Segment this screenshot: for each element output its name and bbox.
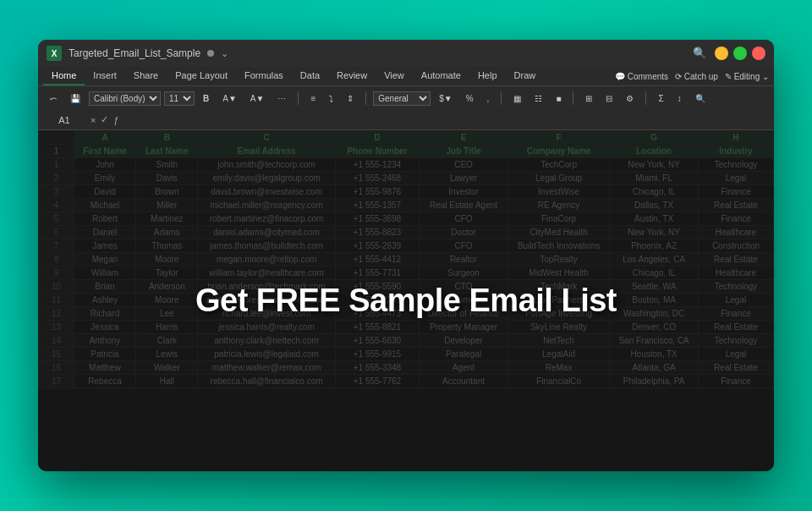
- divider2: [365, 91, 366, 105]
- sum-btn[interactable]: Σ: [653, 93, 668, 104]
- close-button[interactable]: [752, 47, 765, 60]
- tab-insert[interactable]: Insert: [85, 67, 125, 85]
- overlay-text: Get FREE Sample Email List: [195, 283, 617, 319]
- tab-draw[interactable]: Draw: [506, 67, 545, 85]
- divider5: [645, 91, 646, 105]
- tab-page-layout[interactable]: Page Layout: [167, 67, 236, 85]
- styles-btn[interactable]: ■: [551, 93, 566, 104]
- format-btn[interactable]: ⚙: [621, 93, 639, 104]
- align-btn[interactable]: ≡: [305, 93, 321, 104]
- ribbon: Home Insert Share Page Layout Formulas D…: [38, 67, 774, 110]
- fill-color-btn[interactable]: A▼: [217, 93, 242, 104]
- catchup-btn[interactable]: ⟳ Catch up: [675, 72, 718, 81]
- tab-help[interactable]: Help: [469, 67, 506, 85]
- tab-automate[interactable]: Automate: [413, 67, 469, 85]
- comma-btn[interactable]: ,: [482, 93, 495, 104]
- window-title: Targeted_Email_List_Sample: [69, 47, 200, 59]
- tab-view[interactable]: View: [376, 67, 413, 85]
- table-btn[interactable]: ☷: [529, 93, 547, 104]
- unsaved-dot: [207, 50, 214, 57]
- dropdown-arrow[interactable]: ⌄: [221, 48, 228, 59]
- formula-icon-fx: ƒ: [113, 115, 118, 125]
- tab-share[interactable]: Share: [125, 67, 167, 85]
- excel-window: X Targeted_Email_List_Sample ⌄ 🔍 Home In…: [38, 40, 774, 471]
- divider1: [298, 91, 299, 105]
- merge-btn[interactable]: ⇕: [342, 93, 359, 104]
- conditional-format-btn[interactable]: ▦: [508, 93, 526, 104]
- undo-btn[interactable]: ⤺: [45, 93, 62, 104]
- tab-home[interactable]: Home: [43, 67, 85, 85]
- tab-review[interactable]: Review: [328, 67, 376, 85]
- comments-btn[interactable]: 💬 Comments: [615, 72, 668, 81]
- ribbon-tabs: Home Insert Share Page Layout Formulas D…: [38, 67, 774, 86]
- cell-reference[interactable]: A1: [43, 115, 85, 125]
- tab-data[interactable]: Data: [292, 67, 328, 85]
- delete-row-btn[interactable]: ⊟: [601, 93, 617, 104]
- maximize-button[interactable]: [733, 47, 747, 60]
- excel-icon: X: [47, 46, 62, 61]
- format-selector[interactable]: General: [373, 91, 431, 106]
- formula-bar: A1 × ✓ ƒ: [38, 110, 774, 130]
- toolbar-row: ⤺ 💾 Calibri (Body) 11 B A▼ A▼ ⋯ ≡ ⤵ ⇕ Ge…: [38, 86, 774, 110]
- percent-btn[interactable]: %: [461, 93, 479, 104]
- overlay: Get FREE Sample Email List: [38, 130, 774, 471]
- currency-btn[interactable]: $▼: [434, 93, 457, 104]
- font-color-btn[interactable]: A▼: [245, 93, 270, 104]
- divider3: [501, 91, 502, 105]
- save-btn[interactable]: 💾: [65, 93, 85, 104]
- find-btn[interactable]: 🔍: [690, 93, 710, 104]
- more-btn[interactable]: ⋯: [272, 93, 291, 104]
- minimize-button[interactable]: [715, 47, 728, 60]
- window-controls: 🔍: [693, 47, 765, 60]
- ribbon-right-actions: 💬 Comments ⟳ Catch up ✎ Editing ⌄: [615, 67, 769, 85]
- search-icon[interactable]: 🔍: [693, 47, 706, 60]
- tab-formulas[interactable]: Formulas: [236, 67, 292, 85]
- divider4: [573, 91, 573, 105]
- spreadsheet-area: A B C D E F G H 1 First Name Last: [38, 130, 774, 471]
- font-selector[interactable]: Calibri (Body): [89, 91, 161, 106]
- spreadsheet: A B C D E F G H 1 First Name Last: [38, 130, 774, 471]
- formula-icon-x: ×: [91, 115, 96, 125]
- wrap-btn[interactable]: ⤵: [324, 93, 338, 104]
- sort-btn[interactable]: ↕: [672, 93, 687, 104]
- insert-row-btn[interactable]: ⊞: [580, 93, 597, 104]
- title-bar: X Targeted_Email_List_Sample ⌄ 🔍: [38, 40, 774, 67]
- bold-btn[interactable]: B: [198, 93, 214, 104]
- formula-icon-check: ✓: [101, 114, 108, 125]
- font-size-selector[interactable]: 11: [164, 91, 195, 106]
- editing-btn[interactable]: ✎ Editing ⌄: [725, 72, 769, 81]
